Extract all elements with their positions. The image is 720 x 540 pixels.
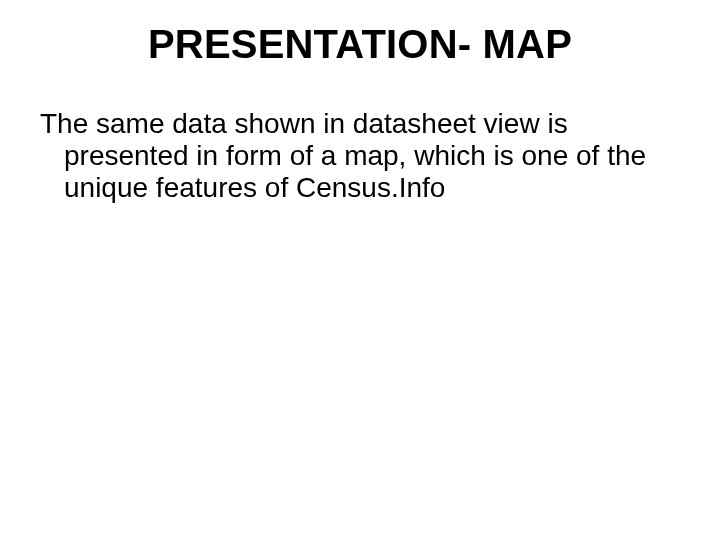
slide-body-text: The same data shown in datasheet view is… [40, 108, 684, 205]
slide-title: PRESENTATION- MAP [0, 22, 720, 67]
slide: PRESENTATION- MAP The same data shown in… [0, 0, 720, 540]
